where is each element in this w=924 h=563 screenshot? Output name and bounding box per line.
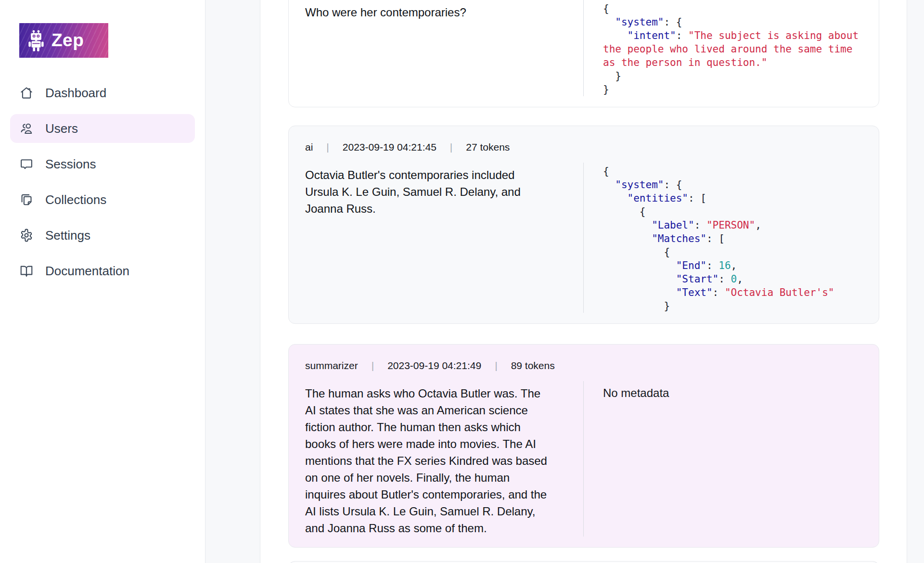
sidebar-item-label: Documentation [45, 264, 129, 279]
sidebar-item-label: Settings [45, 228, 90, 243]
no-metadata-label: No metadata [603, 383, 865, 401]
gear-icon [19, 228, 34, 243]
message-role: summarizer [305, 359, 358, 372]
sidebar-item-label: Sessions [45, 157, 96, 172]
sidebar-item-settings[interactable]: Settings [10, 221, 195, 250]
content-gutter-right [907, 0, 924, 563]
header-separator: | [495, 359, 497, 372]
sidebar-item-documentation[interactable]: Documentation [10, 256, 195, 285]
message-token-count: 27 tokens [466, 141, 510, 154]
message-card-ai: ai | 2023-09-19 04:21:45 | 27 tokens Oct… [288, 126, 879, 324]
sidebar-item-users[interactable]: Users [10, 114, 195, 143]
zep-logo[interactable]: Zep [19, 23, 108, 58]
header-separator: | [326, 141, 329, 154]
collections-icon [19, 192, 34, 207]
next-card-peek [288, 561, 879, 563]
metadata-json: { "system": { "intent": "The subject is … [603, 2, 865, 96]
sidebar-item-sessions[interactable]: Sessions [10, 150, 195, 179]
users-icon [19, 121, 34, 136]
sidebar-item-label: Collections [45, 192, 106, 207]
chat-bubble-icon [19, 157, 34, 171]
sidebar-item-dashboard[interactable]: Dashboard [10, 78, 195, 107]
message-metadata: { "system": { "entities": [ { "Label": "… [583, 163, 879, 313]
content-gutter-left [205, 0, 260, 563]
book-open-icon [19, 264, 34, 278]
zep-robot-icon [26, 29, 46, 52]
message-text: Who were her contemporaries? [289, 0, 583, 96]
sidebar-item-label: Users [45, 121, 78, 136]
message-timestamp: 2023-09-19 04:21:45 [343, 141, 436, 154]
sidebar-item-label: Dashboard [45, 86, 106, 101]
message-text: Octavia Butler's contemporaries included… [289, 163, 583, 313]
header-separator: | [372, 359, 374, 372]
sidebar: Zep Dashboard Users [0, 0, 205, 563]
message-list-panel: Who were her contemporaries? { "system":… [260, 0, 907, 563]
message-header: ai | 2023-09-19 04:21:45 | 27 tokens [289, 126, 879, 154]
sidebar-item-collections[interactable]: Collections [10, 185, 195, 214]
home-icon [19, 86, 34, 100]
message-token-count: 89 tokens [511, 359, 555, 372]
sidebar-nav: Dashboard Users Sessions [0, 78, 205, 285]
header-separator: | [450, 141, 452, 154]
message-text: The human asks who Octavia Butler was. T… [289, 381, 583, 537]
message-role: ai [305, 141, 313, 154]
message-card-human: Who were her contemporaries? { "system":… [288, 0, 879, 107]
app-root: Zep Dashboard Users [0, 0, 924, 563]
metadata-json: { "system": { "entities": [ { "Label": "… [603, 165, 865, 313]
logo-wordmark: Zep [51, 30, 84, 51]
message-card-summarizer: summarizer | 2023-09-19 04:21:49 | 89 to… [288, 344, 879, 548]
message-header: summarizer | 2023-09-19 04:21:49 | 89 to… [289, 345, 879, 372]
message-metadata: { "system": { "intent": "The subject is … [583, 0, 879, 96]
message-metadata: No metadata [583, 381, 879, 537]
message-timestamp: 2023-09-19 04:21:49 [387, 359, 481, 372]
